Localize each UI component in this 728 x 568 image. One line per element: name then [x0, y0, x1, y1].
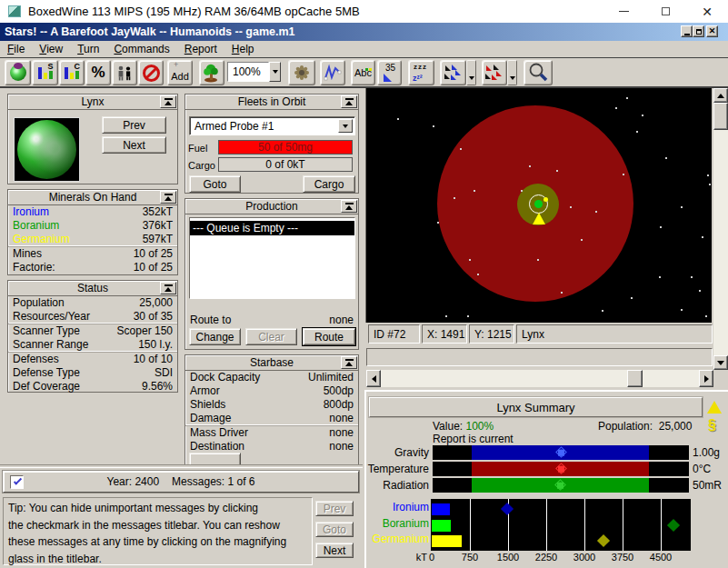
no-info-view-button[interactable]: [138, 60, 164, 85]
fleet-paths-button[interactable]: [320, 60, 345, 85]
app-close-button[interactable]: ✕: [706, 25, 718, 37]
object-name-box: Lynx: [516, 324, 713, 344]
mineral-bar-boranium: [432, 520, 451, 532]
report-status: Report is current: [433, 433, 514, 445]
percent-view-button[interactable]: %: [85, 60, 111, 85]
status-panel-title: Status: [8, 281, 177, 296]
star-dot: [707, 174, 709, 176]
scroll-left-button[interactable]: [366, 370, 381, 387]
starbase-partial-button[interactable]: [189, 453, 241, 465]
add-waypoint-button[interactable]: +Add: [167, 60, 193, 85]
row-value: 597kT: [143, 233, 173, 246]
menu-view[interactable]: View: [39, 43, 70, 55]
chevron-down-icon: [469, 76, 474, 80]
messages-filter-checkbox[interactable]: [10, 475, 24, 489]
collapse-button[interactable]: [160, 282, 176, 294]
enemy-fleets-button[interactable]: [482, 60, 507, 85]
clear-production-button[interactable]: Clear: [245, 328, 297, 345]
map-hscrollbar[interactable]: [366, 370, 713, 387]
app-window-title: Stars! -- A Barefoot JayWalk -- Humanoid…: [5, 25, 295, 38]
planet-names-button[interactable]: [199, 60, 224, 85]
row-value: 9.56%: [142, 380, 173, 394]
planet-view-button[interactable]: [5, 60, 31, 85]
goto-fleet-button[interactable]: Goto: [189, 175, 241, 193]
enemy-fleets-dropdown[interactable]: [507, 60, 517, 85]
change-production-button[interactable]: Change: [189, 328, 241, 345]
cargo-button[interactable]: Cargo: [303, 175, 355, 193]
zoom-select[interactable]: 100%: [227, 62, 269, 82]
arrow-right-icon: [704, 375, 709, 383]
concentration-button[interactable]: C: [59, 60, 85, 85]
production-panel: Production --- Queue is Empty --- Route …: [184, 198, 359, 350]
tree-icon: [202, 63, 222, 83]
scroll-up-button[interactable]: [713, 88, 728, 103]
menu-report[interactable]: Report: [184, 43, 224, 55]
menu-turn[interactable]: Turn: [77, 43, 106, 55]
stat-row: Scanner Range150 l.y.: [8, 338, 177, 352]
vscroll-thumb[interactable]: [713, 103, 728, 130]
prev-planet-button[interactable]: Prev: [102, 116, 166, 134]
bar-chart-c-icon: C: [64, 65, 80, 81]
zoom-dropdown-button[interactable]: [269, 62, 281, 82]
money-icon[interactable]: §: [708, 417, 716, 433]
fleet-select[interactable]: Armed Probe #1: [189, 116, 355, 135]
app-minimize-button[interactable]: [681, 25, 693, 37]
row-value: none: [329, 412, 354, 425]
hscroll-thumb[interactable]: [627, 370, 643, 387]
menu-help[interactable]: Help: [232, 43, 262, 55]
tick-label: 3750: [612, 552, 633, 563]
row-label: Destination: [190, 440, 244, 453]
route-label: Route to: [190, 314, 231, 326]
arrow-down-icon: [717, 361, 724, 365]
collapse-icon: [165, 194, 173, 195]
tick-label: 2250: [535, 552, 557, 563]
menu-file[interactable]: File: [7, 43, 32, 55]
next-planet-button[interactable]: Next: [102, 136, 166, 154]
host-close-button[interactable]: ✕: [686, 0, 728, 23]
surface-minerals-button[interactable]: S: [32, 60, 58, 85]
habitability-chart: [433, 445, 689, 493]
star-dot: [537, 259, 539, 261]
star-dot: [521, 190, 523, 192]
scroll-right-button[interactable]: [699, 370, 713, 387]
status-group: Population25,000Resources/Year30 of 35: [8, 296, 177, 324]
collapse-button[interactable]: [160, 191, 176, 204]
collapse-button[interactable]: [160, 95, 176, 108]
friendly-fleets-dropdown[interactable]: [466, 60, 476, 85]
star-dot: [561, 292, 563, 294]
scanner-map[interactable]: [365, 88, 712, 323]
row-value: Scoper 150: [117, 324, 173, 338]
host-minimize-button[interactable]: [603, 0, 644, 23]
row-label: Germanium: [13, 233, 70, 246]
star-dot: [699, 290, 701, 292]
minefields-button[interactable]: [288, 60, 315, 85]
friendly-fleets-button[interactable]: [440, 60, 466, 85]
fleet-dropdown-button[interactable]: [338, 119, 353, 133]
host-maximize-button[interactable]: [644, 0, 686, 23]
menu-commands[interactable]: Commands: [114, 43, 176, 55]
app-restore-button[interactable]: [693, 25, 704, 37]
expand-arrow-icon[interactable]: [707, 401, 722, 414]
divider: [0, 464, 363, 468]
production-queue[interactable]: --- Queue is Empty ---: [189, 217, 355, 299]
route-button[interactable]: Route: [303, 328, 355, 345]
planet-image: [14, 117, 80, 182]
map-vscrollbar[interactable]: [713, 88, 728, 370]
collapse-button[interactable]: [341, 200, 357, 213]
minimize-icon: [684, 34, 690, 35]
ship-count-button[interactable]: 35: [377, 60, 402, 85]
ship-names-button[interactable]: Abc: [351, 60, 375, 85]
minerals-title: Minerals On Hand: [49, 191, 137, 204]
scroll-down-button[interactable]: [713, 355, 728, 370]
collapse-button[interactable]: [341, 95, 357, 108]
row-label: Scanner Type: [13, 324, 80, 338]
planet-name: Lynx: [82, 95, 105, 108]
find-button[interactable]: [524, 60, 553, 85]
mineral-bar-ironium: [432, 503, 450, 515]
population-value: 25,000: [659, 420, 693, 433]
collapse-button[interactable]: [341, 356, 357, 369]
population-view-button[interactable]: [112, 60, 137, 85]
stat-row: Destinationnone: [185, 440, 358, 453]
idle-fleets-button[interactable]: zzzzᶻ²: [408, 60, 434, 85]
star-dot: [709, 184, 711, 185]
